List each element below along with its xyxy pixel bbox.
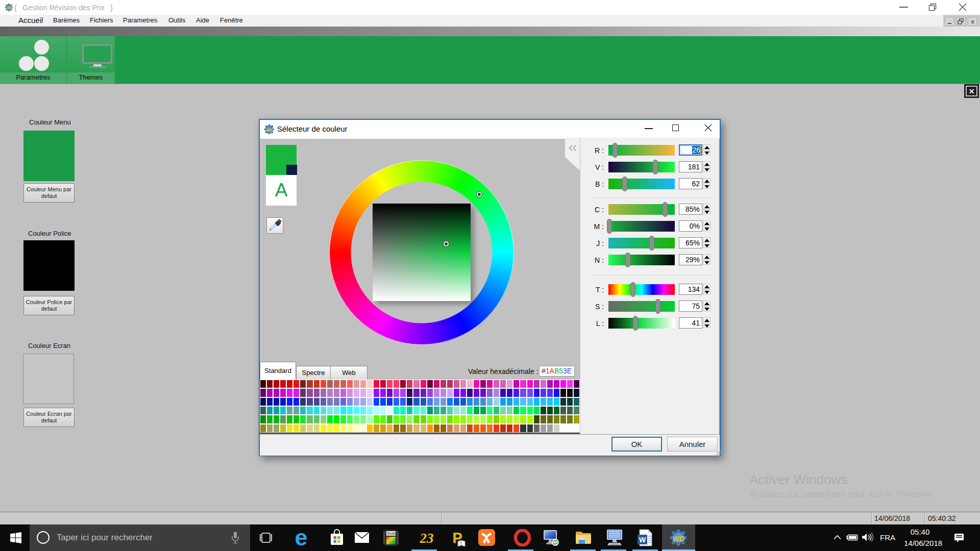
svg-text:WD: WD (6, 6, 12, 10)
svg-text:Studio: Studio (387, 532, 397, 535)
svg-text:WD: WD (672, 535, 684, 543)
svg-text:WD: WD (266, 128, 274, 133)
svg-text:W: W (639, 536, 646, 544)
